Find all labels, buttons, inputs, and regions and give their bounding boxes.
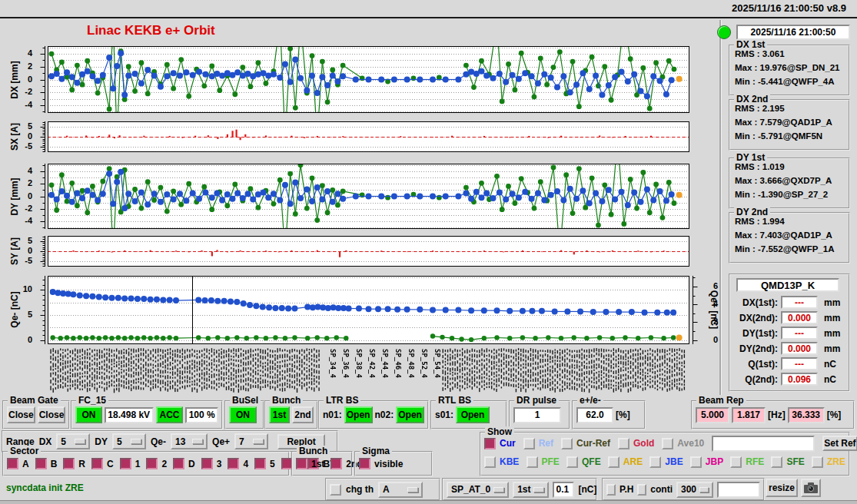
dr-pulse-field[interactable]: 1 [513,407,561,423]
sx-steering-plot [35,120,706,154]
set-ref-button[interactable]: Set Ref [822,436,857,451]
checkbox-r[interactable] [63,458,75,469]
stat-box-title: DY 2nd [734,207,770,217]
fc15-percent-field[interactable]: 100 % [185,407,218,423]
checkbox-item-zre[interactable]: ZRE [812,456,845,468]
bunch-1st-button[interactable]: 1st [269,406,290,423]
checkbox-item-cur[interactable]: Cur [484,438,516,449]
fc15-kv-field[interactable]: 18.498 kV [105,407,154,423]
sp-monitor-dropdown[interactable]: SP_AT_0 [447,482,509,498]
range-group: Range DX 5 DY 5 Qe- 13 Qe+ 7 Replot [2,430,338,453]
axis-tick-label: 0 [12,335,32,344]
beam-gate-close-button-1[interactable]: Close [7,406,35,423]
checkbox-item-visible[interactable]: visible [359,458,403,469]
checkbox-item-d[interactable]: D [173,458,195,469]
checkbox-5[interactable] [254,458,266,469]
checkbox-item-pfe[interactable]: PFE [526,456,560,468]
checkbox-item-cur-ref[interactable]: Cur-Ref [561,438,610,449]
beam-gate-close-button-2[interactable]: Close [38,406,66,423]
checkbox-a[interactable] [7,458,18,469]
checkbox-are[interactable] [608,456,619,468]
checkbox-item-ave10[interactable]: Ave10 [662,438,704,449]
checkbox-c[interactable] [91,458,103,469]
checkbox-item-1[interactable]: 1 [120,458,141,469]
checkbox-d[interactable] [173,458,184,469]
range-qem-dropdown[interactable]: 13 [171,433,208,449]
checkbox-label: C [107,459,114,469]
checkbox-1st[interactable] [296,458,307,469]
checkbox-zre[interactable] [812,456,823,468]
checkbox-gold[interactable] [618,438,629,449]
fc15-acc-button[interactable]: ACC [156,406,184,423]
checkbox-b[interactable] [35,458,47,469]
checkbox-item-5[interactable]: 5 [254,458,275,469]
ltr-n01-open-button[interactable]: Open [344,406,373,423]
checkbox-item-sfe[interactable]: SFE [771,456,804,468]
resize-button[interactable]: resize [766,479,798,497]
checkbox-label: 1st [311,459,324,469]
checkbox-ref[interactable] [523,438,535,449]
checkbox-item-2[interactable]: 2 [146,458,167,469]
checkbox-sfe[interactable] [771,456,782,468]
beam-rep-percent-field: 36.333 [788,407,825,423]
checkbox-kbe[interactable] [484,456,496,468]
threshold-input[interactable] [553,482,574,498]
chg-th-dropdown[interactable]: A [378,482,423,498]
checkbox-item-gold[interactable]: Gold [618,438,654,449]
checkbox-qfe[interactable] [566,456,578,468]
range-qep-dropdown[interactable]: 7 [234,433,268,449]
range-dx-dropdown[interactable]: 5 [56,433,90,449]
checkbox-cur[interactable] [484,438,496,449]
checkbox-item-jbe[interactable]: JBE [649,456,683,468]
range-dy-dropdown[interactable]: 5 [112,433,146,449]
extra-input[interactable] [717,482,760,498]
checkbox-item-rfe[interactable]: RFE [730,456,764,468]
checkbox-visible[interactable] [359,458,370,469]
checkbox-2[interactable] [146,458,158,469]
ph-checkbox[interactable] [606,484,616,496]
epe-ratio-field[interactable]: 62.0 [576,407,613,423]
checkbox-2nd[interactable] [331,458,342,469]
conti-checkbox[interactable] [637,484,646,496]
axis-tick-label: 0 [12,191,32,201]
checkbox-item-a[interactable]: A [7,458,29,469]
checkbox-item-4[interactable]: 4 [228,458,248,469]
ltr-bs-group: LTR BS n01: Open n02: Open [318,400,429,429]
sp-bunch-dropdown[interactable]: 1st [513,482,549,498]
checkbox-item-r[interactable]: R [63,458,85,469]
checkbox-jbp[interactable] [690,456,702,468]
checkbox-item-qfe[interactable]: QFE [566,456,601,468]
checkbox-jbe[interactable] [649,456,661,468]
checkbox-pfe[interactable] [526,456,538,468]
bunch-2nd-button[interactable]: 2nd [292,406,314,423]
checkbox-item-b[interactable]: B [35,458,58,469]
busel-on-button[interactable]: ON [229,406,257,423]
beam-rep-set-field: 5.000 [696,407,729,423]
checkbox-cur-ref[interactable] [561,438,573,449]
chg-th-checkbox[interactable] [330,484,341,496]
checkbox-item-1st[interactable]: 1st [296,458,324,469]
checkbox-label: QFE [582,456,601,467]
checkbox-item-kbe[interactable]: KBE [484,456,519,468]
checkbox-item-jbp[interactable]: JBP [690,456,723,468]
fc15-on-button[interactable]: ON [75,406,102,423]
checkbox-item-ref[interactable]: Ref [523,438,553,449]
checkbox-item-are[interactable]: ARE [608,456,643,468]
checkbox-item-c[interactable]: C [91,458,114,469]
monitor-name-field: QMD13P_K [736,278,839,292]
axis-tick-label: 4 [713,299,732,308]
checkbox-4[interactable] [228,458,239,469]
monitor-row-label: DY(1st): [730,328,778,339]
count-dropdown[interactable]: 300 [676,482,713,498]
range-qem-label: Qe- [151,436,166,447]
screenshot-button[interactable] [801,479,821,497]
rtl-s01-open-button[interactable]: Open [456,406,490,423]
ref-name-input[interactable] [712,436,815,452]
ltr-n02-open-button[interactable]: Open [396,406,424,423]
checkbox-item-3[interactable]: 3 [201,458,222,469]
checkbox-1[interactable] [120,458,131,469]
checkbox-3[interactable] [201,458,213,469]
sp-select-group: SP_AT_0 1st [nC] [442,478,597,501]
checkbox-ave10[interactable] [662,438,673,449]
checkbox-rfe[interactable] [730,456,742,468]
